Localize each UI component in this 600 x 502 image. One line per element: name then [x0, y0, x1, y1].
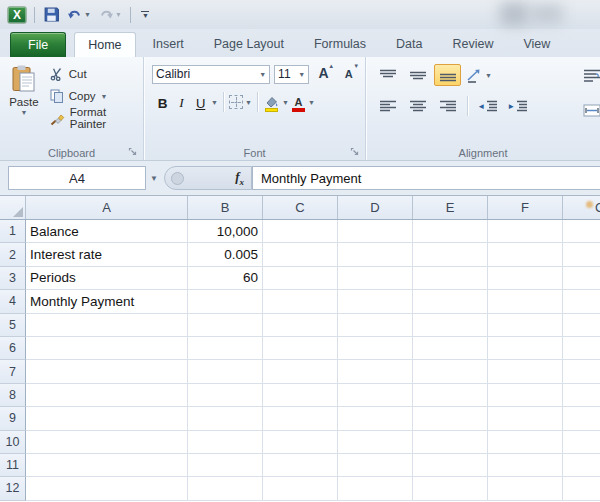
font-name-select[interactable]: Calibri ▼: [152, 65, 270, 84]
cell-E11[interactable]: [413, 454, 488, 477]
redo-dropdown-icon[interactable]: ▼: [115, 11, 122, 18]
undo-dropdown-icon[interactable]: ▼: [84, 11, 91, 18]
cell-A12[interactable]: [26, 477, 188, 500]
cell-D3[interactable]: [338, 267, 413, 290]
shrink-font-button[interactable]: A ▼: [338, 64, 359, 84]
undo-button[interactable]: ▼: [66, 5, 92, 25]
cell-F7[interactable]: [488, 360, 563, 383]
increase-indent-button[interactable]: ►: [504, 95, 531, 117]
row-header-7[interactable]: 7: [0, 360, 26, 383]
cell-B1[interactable]: 10,000: [188, 220, 263, 243]
cell-G4[interactable]: [563, 290, 600, 313]
cell-B11[interactable]: [188, 454, 263, 477]
cell-G1[interactable]: [563, 220, 600, 243]
save-button[interactable]: [42, 5, 61, 25]
cell-E12[interactable]: [413, 477, 488, 500]
cell-G10[interactable]: [563, 431, 600, 454]
cell-F4[interactable]: [488, 290, 563, 313]
cell-A10[interactable]: [26, 431, 188, 454]
wrap-text-button[interactable]: [579, 64, 600, 86]
cell-A7[interactable]: [26, 360, 188, 383]
cell-G2[interactable]: [563, 243, 600, 266]
cell-G12[interactable]: [563, 477, 600, 500]
decrease-indent-button[interactable]: ◄: [474, 95, 501, 117]
cell-D11[interactable]: [338, 454, 413, 477]
row-header-12[interactable]: 12: [0, 477, 26, 500]
name-box[interactable]: A4: [8, 166, 146, 190]
cell-A6[interactable]: [26, 337, 188, 360]
column-header-F[interactable]: F: [488, 196, 563, 219]
column-header-G[interactable]: G: [563, 196, 600, 219]
redo-button[interactable]: ▼: [97, 5, 123, 25]
cell-C3[interactable]: [263, 267, 338, 290]
cell-D10[interactable]: [338, 431, 413, 454]
cell-E10[interactable]: [413, 431, 488, 454]
select-all-button[interactable]: [0, 196, 26, 219]
underline-dropdown-icon[interactable]: ▼: [211, 99, 218, 106]
cell-E8[interactable]: [413, 384, 488, 407]
cell-B4[interactable]: [188, 290, 263, 313]
top-align-button[interactable]: [374, 64, 401, 86]
column-header-D[interactable]: D: [338, 196, 413, 219]
cell-A5[interactable]: [26, 314, 188, 337]
cell-A9[interactable]: [26, 407, 188, 430]
insert-function-button[interactable]: fx: [235, 169, 244, 187]
copy-dropdown-icon[interactable]: ▼: [101, 93, 108, 100]
cell-C11[interactable]: [263, 454, 338, 477]
bold-button[interactable]: B: [154, 93, 171, 112]
cell-F3[interactable]: [488, 267, 563, 290]
tab-formulas[interactable]: Formulas: [301, 32, 379, 57]
cell-C12[interactable]: [263, 477, 338, 500]
cell-B8[interactable]: [188, 384, 263, 407]
cell-C10[interactable]: [263, 431, 338, 454]
underline-button[interactable]: U: [192, 93, 209, 112]
column-header-A[interactable]: A: [26, 196, 188, 219]
cell-E7[interactable]: [413, 360, 488, 383]
cell-A2[interactable]: Interest rate: [26, 243, 188, 266]
cell-E2[interactable]: [413, 243, 488, 266]
tab-page-layout[interactable]: Page Layout: [201, 32, 297, 57]
row-header-4[interactable]: 4: [0, 290, 26, 313]
cell-D7[interactable]: [338, 360, 413, 383]
cell-F1[interactable]: [488, 220, 563, 243]
tab-review[interactable]: Review: [439, 32, 506, 57]
align-left-button[interactable]: [374, 95, 401, 117]
borders-dropdown-icon[interactable]: ▼: [245, 99, 252, 106]
cell-B2[interactable]: 0.005: [188, 243, 263, 266]
font-size-select[interactable]: 11 ▼: [274, 65, 309, 84]
cell-F9[interactable]: [488, 407, 563, 430]
cell-C7[interactable]: [263, 360, 338, 383]
tab-insert[interactable]: Insert: [140, 32, 197, 57]
column-header-C[interactable]: C: [263, 196, 338, 219]
align-right-button[interactable]: [434, 95, 461, 117]
tab-view[interactable]: View: [510, 32, 563, 57]
row-header-10[interactable]: 10: [0, 431, 26, 454]
font-color-dropdown-icon[interactable]: ▼: [308, 99, 315, 106]
cell-E6[interactable]: [413, 337, 488, 360]
cell-A1[interactable]: Balance: [26, 220, 188, 243]
cell-C4[interactable]: [263, 290, 338, 313]
cell-F6[interactable]: [488, 337, 563, 360]
row-header-9[interactable]: 9: [0, 407, 26, 430]
row-header-8[interactable]: 8: [0, 384, 26, 407]
cell-D2[interactable]: [338, 243, 413, 266]
merge-center-button[interactable]: [579, 99, 600, 121]
customize-quick-access-icon[interactable]: ▼: [138, 5, 153, 25]
cell-B3[interactable]: 60: [188, 267, 263, 290]
tab-file[interactable]: File: [10, 32, 66, 57]
cell-G7[interactable]: [563, 360, 600, 383]
cell-C6[interactable]: [263, 337, 338, 360]
cell-G9[interactable]: [563, 407, 600, 430]
row-header-1[interactable]: 1: [0, 220, 26, 243]
middle-align-button[interactable]: [404, 64, 431, 86]
cell-A4[interactable]: Monthly Payment: [26, 290, 188, 313]
cell-D1[interactable]: [338, 220, 413, 243]
tab-data[interactable]: Data: [383, 32, 435, 57]
cell-B9[interactable]: [188, 407, 263, 430]
borders-button[interactable]: [229, 95, 243, 109]
cell-B5[interactable]: [188, 314, 263, 337]
cell-F11[interactable]: [488, 454, 563, 477]
cell-B12[interactable]: [188, 477, 263, 500]
cell-F5[interactable]: [488, 314, 563, 337]
paste-button[interactable]: Paste ▼: [2, 61, 46, 145]
